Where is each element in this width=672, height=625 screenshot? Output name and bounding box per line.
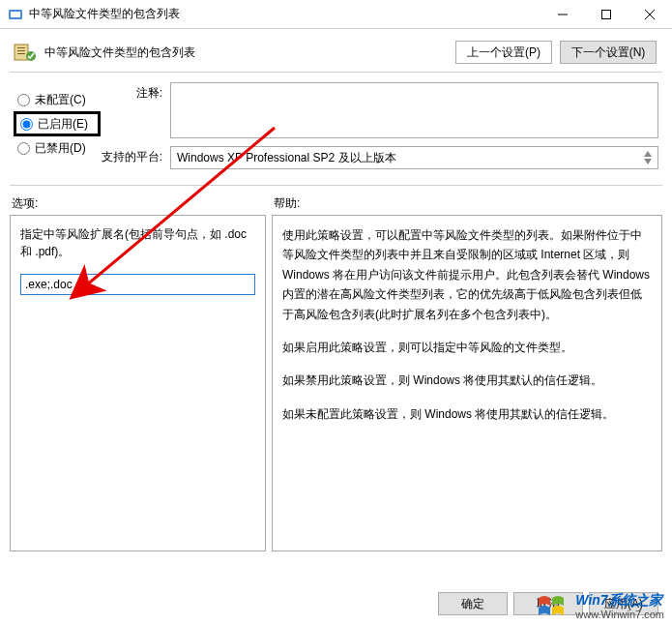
prev-setting-button[interactable]: 上一个设置(P) (455, 41, 552, 64)
platform-value: Windows XP Professional SP2 及以上版本 (177, 150, 396, 166)
help-paragraph: 使用此策略设置，可以配置中等风险文件类型的列表。如果附件位于中等风险文件类型的列… (282, 225, 652, 324)
page-title: 中等风险文件类型的包含列表 (44, 45, 455, 61)
radio-not-configured[interactable]: 未配置(C) (14, 88, 101, 111)
chevron-down-icon (644, 159, 652, 164)
radio-label: 未配置(C) (35, 92, 86, 108)
minimize-button[interactable] (541, 0, 584, 29)
radio-input[interactable] (17, 94, 30, 106)
svg-rect-8 (17, 50, 25, 51)
comment-textarea[interactable] (170, 82, 658, 138)
radio-input[interactable] (20, 118, 33, 131)
options-description: 指定中等风险扩展名(包括前导句点，如 .doc 和 .pdf)。 (20, 225, 255, 260)
nav-buttons: 上一个设置(P) 下一个设置(N) (455, 41, 657, 64)
body-columns: 选项: 指定中等风险扩展名(包括前导句点，如 .doc 和 .pdf)。 帮助:… (0, 192, 672, 551)
radio-label: 已启用(E) (38, 116, 88, 133)
watermark: Win7系统之家 www.Winwin7.com (535, 592, 664, 621)
divider (10, 72, 662, 73)
platform-scroll[interactable] (640, 151, 656, 164)
extensions-input[interactable] (20, 274, 255, 295)
chevron-up-icon (644, 151, 652, 157)
maximize-button[interactable] (584, 0, 628, 29)
svg-rect-1 (11, 12, 20, 17)
windows-logo-icon (535, 592, 570, 621)
help-column: 帮助: 使用此策略设置，可以配置中等风险文件类型的列表。如果附件位于中等风险文件… (272, 192, 662, 551)
ok-button[interactable]: 确定 (438, 592, 508, 615)
platform-row: 支持的平台: Windows XP Professional SP2 及以上版本 (101, 146, 658, 169)
policy-icon (14, 43, 37, 62)
divider (10, 185, 662, 186)
radio-enabled[interactable]: 已启用(E) (14, 111, 101, 136)
next-setting-button[interactable]: 下一个设置(N) (560, 41, 657, 64)
watermark-line1: Win7系统之家 (575, 593, 664, 608)
help-paragraph: 如果未配置此策略设置，则 Windows 将使用其默认的信任逻辑。 (282, 404, 652, 424)
svg-rect-3 (601, 11, 610, 19)
fields-column: 注释: 支持的平台: Windows XP Professional SP2 及… (101, 78, 658, 177)
platform-box: Windows XP Professional SP2 及以上版本 (170, 146, 658, 169)
watermark-text: Win7系统之家 www.Winwin7.com (575, 593, 664, 619)
titlebar: 中等风险文件类型的包含列表 (0, 0, 672, 29)
options-column: 选项: 指定中等风险扩展名(包括前导句点，如 .doc 和 .pdf)。 (10, 192, 266, 551)
options-label: 选项: (10, 192, 266, 215)
radio-disabled[interactable]: 已禁用(D) (14, 136, 101, 160)
svg-rect-6 (15, 45, 28, 60)
header-row: 中等风险文件类型的包含列表 上一个设置(P) 下一个设置(N) (0, 29, 672, 72)
app-icon (8, 7, 23, 22)
radio-label: 已禁用(D) (35, 140, 86, 157)
watermark-line2: www.Winwin7.com (575, 609, 664, 620)
platform-label: 支持的平台: (101, 146, 170, 169)
radio-input[interactable] (17, 142, 30, 155)
window-controls (541, 0, 672, 28)
svg-rect-9 (17, 53, 25, 54)
options-panel: 指定中等风险扩展名(包括前导句点，如 .doc 和 .pdf)。 (10, 215, 266, 551)
help-paragraph: 如果启用此策略设置，则可以指定中等风险的文件类型。 (282, 338, 652, 357)
help-paragraph: 如果禁用此策略设置，则 Windows 将使用其默认的信任逻辑。 (282, 371, 652, 390)
svg-rect-7 (17, 47, 25, 48)
radio-group: 未配置(C) 已启用(E) 已禁用(D) (14, 78, 101, 177)
window-title: 中等风险文件类型的包含列表 (29, 6, 541, 22)
comment-row: 注释: (101, 82, 658, 138)
config-section: 未配置(C) 已启用(E) 已禁用(D) 注释: 支持的平台: Windows … (0, 78, 672, 177)
close-button[interactable] (628, 0, 672, 29)
help-label: 帮助: (272, 192, 662, 215)
help-panel: 使用此策略设置，可以配置中等风险文件类型的列表。如果附件位于中等风险文件类型的列… (272, 215, 662, 551)
comment-label: 注释: (101, 82, 170, 138)
